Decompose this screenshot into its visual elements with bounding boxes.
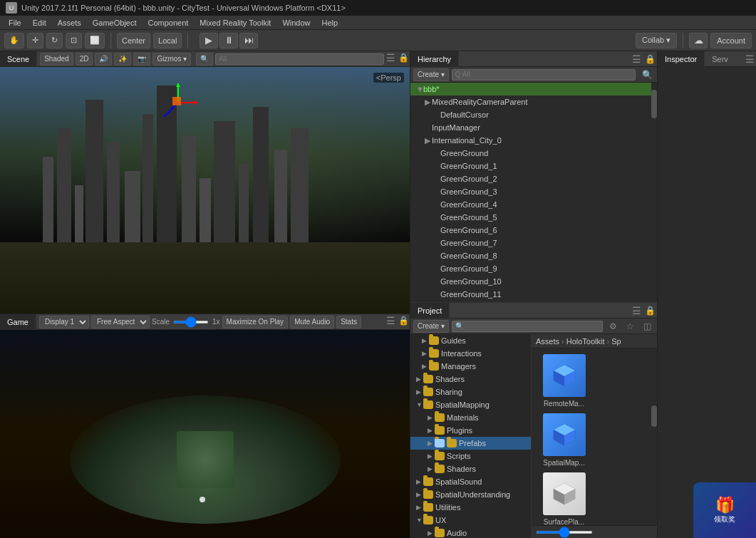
hier-item-city0[interactable]: ▶ International_City_0 <box>410 134 651 147</box>
scale-slider[interactable] <box>173 321 209 324</box>
2d-btn[interactable]: 2D <box>76 53 93 66</box>
project-star-btn[interactable]: ☆ <box>623 319 637 333</box>
stats-btn[interactable]: Stats <box>336 316 361 329</box>
gizmos-btn[interactable]: Gizmos ▾ <box>152 53 191 66</box>
pause-btn[interactable]: ⏸ <box>219 33 238 48</box>
play-btn[interactable]: ▶ <box>200 33 218 48</box>
project-lock-btn[interactable]: 🔒 <box>643 304 657 318</box>
center-btn[interactable]: Center <box>117 33 150 48</box>
tree-managers[interactable]: ▶ Managers <box>410 360 531 373</box>
game-canvas[interactable] <box>0 330 410 538</box>
tree-shaders[interactable]: ▶ Shaders <box>410 462 531 475</box>
menu-component[interactable]: Component <box>142 16 194 30</box>
hier-item-gg8[interactable]: ▶GreenGround_8 <box>410 249 651 262</box>
project-search[interactable] <box>452 321 603 332</box>
hier-item-gg6[interactable]: ▶GreenGround_6 <box>410 224 651 237</box>
all-btn[interactable]: 🔍 <box>196 53 213 66</box>
assets-scrollbar[interactable] <box>651 348 657 525</box>
collab-btn[interactable]: Collab ▾ <box>636 33 677 48</box>
hier-item-bbb[interactable]: ▼ bbb* <box>410 83 651 95</box>
hand-tool-btn[interactable]: ✋ <box>4 33 24 48</box>
tree-prefabs-sm[interactable]: ▶ Prefabs <box>410 437 531 450</box>
game-panel-menu[interactable]: ☰ <box>384 314 397 327</box>
hierarchy-panel-menu[interactable]: ☰ <box>630 53 643 66</box>
tree-spatialunderstanding[interactable]: ▶ SpatialUnderstanding <box>410 488 531 501</box>
menu-assets[interactable]: Assets <box>52 16 87 30</box>
hierarchy-lock-btn[interactable]: 🔒 <box>643 52 657 66</box>
hier-item-gg11[interactable]: ▶GreenGround_11 <box>410 288 651 301</box>
rect-tool-btn[interactable]: ⬜ <box>85 33 105 48</box>
hier-item-defaultcursor[interactable]: ▶ DefaultCursor <box>410 108 651 121</box>
display-select[interactable]: Display 1 <box>39 316 89 329</box>
project-collapse-btn[interactable]: ◫ <box>640 319 654 333</box>
tree-scripts[interactable]: ▶ Scripts <box>410 450 531 462</box>
shaded-btn[interactable]: Shaded <box>40 53 73 66</box>
tree-shaders-top[interactable]: ▶ Shaders <box>410 373 531 386</box>
hier-item-gg7[interactable]: ▶GreenGround_7 <box>410 237 651 249</box>
hier-item-gg4[interactable]: ▶GreenGround_4 <box>410 198 651 211</box>
project-create-btn[interactable]: Create ▾ <box>413 320 449 333</box>
cloud-btn[interactable]: ☁ <box>689 33 708 48</box>
tree-interactions[interactable]: ▶ Interactions <box>410 347 531 360</box>
tree-audio[interactable]: ▶ Audio <box>410 527 531 538</box>
menu-file[interactable]: File <box>3 16 27 30</box>
scene-tab[interactable]: Scene <box>0 51 37 67</box>
hierarchy-create-btn[interactable]: Create ▾ <box>413 68 449 81</box>
menu-gameobject[interactable]: GameObject <box>87 16 143 30</box>
tree-guides[interactable]: ▶ Guides <box>410 334 531 347</box>
tree-utilities[interactable]: ▶ Utilities <box>410 501 531 514</box>
move-tool-btn[interactable]: ✛ <box>27 33 43 48</box>
hier-item-gg9[interactable]: ▶GreenGround_9 <box>410 262 651 275</box>
chinese-overlay[interactable]: 🎁 领取奖 <box>693 482 756 538</box>
local-btn[interactable]: Local <box>153 33 182 48</box>
tree-materials[interactable]: ▶ Materials <box>410 411 531 424</box>
account-btn[interactable]: Account <box>710 33 752 48</box>
rotate-tool-btn[interactable]: ↻ <box>46 33 63 48</box>
menu-edit[interactable]: Edit <box>27 16 52 30</box>
audio-btn[interactable]: 🔊 <box>95 53 112 66</box>
hierarchy-scrollbar[interactable] <box>651 83 657 302</box>
menu-mixed-reality[interactable]: Mixed Reality Toolkit <box>194 16 276 30</box>
scene-search[interactable] <box>215 53 384 65</box>
tree-plugins[interactable]: ▶ Plugins <box>410 424 531 437</box>
asset-spatialmap[interactable]: SpatialMap... <box>537 413 591 467</box>
scene-panel-menu[interactable]: ☰ <box>384 51 397 64</box>
aspect-select[interactable]: Free Aspect <box>91 316 150 329</box>
maximize-on-play-btn[interactable]: Maximize On Play <box>222 316 289 329</box>
serv-tab[interactable]: Serv <box>705 51 735 67</box>
scene-panel-lock[interactable]: 🔒 <box>397 51 410 64</box>
hier-item-gg[interactable]: ▶GreenGround <box>410 147 651 160</box>
menu-window[interactable]: Window <box>276 16 316 30</box>
tree-spatialsound[interactable]: ▶ SpatialSound <box>410 475 531 488</box>
project-tab[interactable]: Project <box>410 303 450 319</box>
scene-canvas[interactable]: <Persp <box>0 67 410 314</box>
tree-spatialmapping[interactable]: ▼ SpatialMapping <box>410 398 531 411</box>
inspector-tab[interactable]: Inspector <box>658 51 705 67</box>
scale-tool-btn[interactable]: ⊡ <box>66 33 82 48</box>
scene-cam-btn[interactable]: 📷 <box>133 53 150 66</box>
mute-audio-btn[interactable]: Mute Audio <box>290 316 334 329</box>
fx-btn[interactable]: ✨ <box>114 53 131 66</box>
asset-surfacepla[interactable]: SurfacePla... <box>537 472 591 525</box>
game-panel-lock[interactable]: 🔒 <box>397 314 410 327</box>
hier-item-gg3[interactable]: ▶GreenGround_3 <box>410 185 651 198</box>
inspector-panel-menu[interactable]: ☰ <box>743 53 756 66</box>
hier-item-gg10[interactable]: ▶GreenGround_10 <box>410 275 651 288</box>
project-panel-menu[interactable]: ☰ <box>630 304 643 317</box>
hier-item-gg1[interactable]: ▶GreenGround_1 <box>410 160 651 172</box>
hierarchy-tab[interactable]: Hierarchy <box>410 51 459 67</box>
asset-remotema[interactable]: RemoteMa... <box>537 354 591 408</box>
tree-sharing[interactable]: ▶ Sharing <box>410 386 531 398</box>
menu-help[interactable]: Help <box>316 16 344 30</box>
hier-item-mrcamparent[interactable]: ▶ MixedRealityCameraParent <box>410 95 651 108</box>
project-filter-btn[interactable]: ⚙ <box>606 319 620 333</box>
step-btn[interactable]: ⏭ <box>239 33 258 48</box>
hier-item-inputmanager[interactable]: ▶ InputManager <box>410 121 651 134</box>
hierarchy-search[interactable] <box>452 69 636 81</box>
hier-item-gg2[interactable]: ▶GreenGround_2 <box>410 172 651 185</box>
game-tab[interactable]: Game <box>0 314 36 330</box>
tree-ux[interactable]: ▼ UX <box>410 514 531 527</box>
assets-zoom-slider[interactable] <box>536 531 593 534</box>
hierarchy-filter-btn[interactable]: 🔍 <box>640 68 654 82</box>
hier-item-gg5[interactable]: ▶GreenGround_5 <box>410 211 651 224</box>
